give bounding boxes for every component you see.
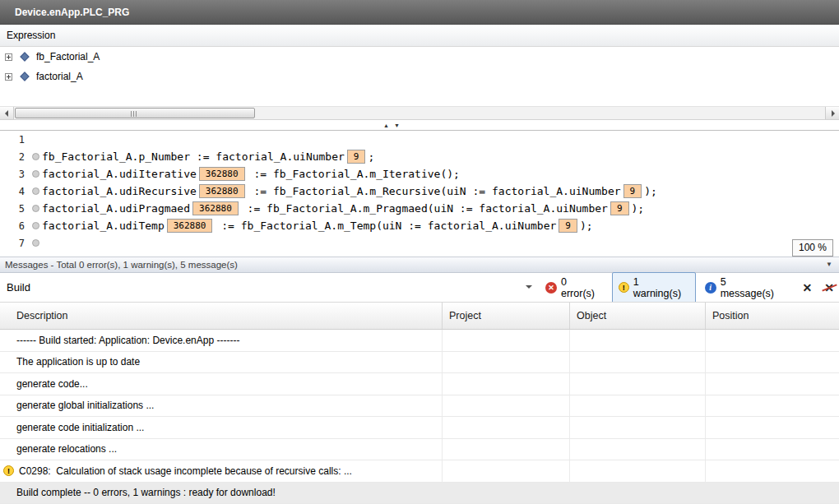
project-cell: [443, 460, 570, 482]
position-cell: [706, 352, 839, 373]
message-row-warning[interactable]: ! C0298: Calculation of stack usage inco…: [0, 460, 839, 483]
watch-item-factorial-a[interactable]: factorial_A: [0, 67, 839, 86]
message-category-combobox[interactable]: Build: [0, 273, 539, 302]
messages-count-label: 5 message(s): [721, 276, 782, 299]
code-line[interactable]: 1: [0, 131, 839, 148]
panel-splitter[interactable]: ▲ ▼: [0, 120, 839, 131]
breakpoint-margin[interactable]: [30, 239, 42, 247]
code-editor[interactable]: 1 2 fb_Factorial_A.p_Number := factorial…: [0, 131, 839, 257]
message-row[interactable]: generate code initialization ...: [0, 417, 839, 439]
inline-monitor-value[interactable]: 362880: [167, 219, 213, 233]
message-text: ------ Build started: Application: Devic…: [16, 335, 239, 346]
code-line[interactable]: 7: [0, 234, 839, 252]
column-header-description[interactable]: Description: [0, 303, 443, 329]
inline-monitor-value[interactable]: 9: [610, 201, 629, 215]
line-number: 3: [0, 169, 30, 180]
watch-item-fb-factorial-a[interactable]: fb_Factorial_A: [0, 47, 839, 67]
position-cell: [706, 460, 839, 482]
breakpoint-margin[interactable]: [30, 170, 42, 178]
clear-messages-icon[interactable]: ✕: [803, 281, 813, 294]
message-row[interactable]: generate code...: [0, 373, 839, 395]
description-cell: ------ Build started: Application: Devic…: [0, 330, 443, 351]
column-header-position[interactable]: Position: [706, 303, 839, 329]
code-line[interactable]: 3 factorial_A.udiIterative 362880 := fb_…: [0, 165, 839, 183]
object-cell: [570, 395, 706, 417]
project-cell: [443, 483, 570, 504]
inline-monitor-value[interactable]: 362880: [192, 201, 239, 215]
messages-toolbar: Build ✕ 0 error(s) ! 1 warning(s) i 5 me…: [0, 273, 839, 302]
collapse-up-icon[interactable]: ▲: [383, 122, 389, 129]
code-line[interactable]: 4 factorial_A.udiRecursive 362880 := fb_…: [0, 183, 839, 200]
code-segment: := fb_Factorial_A.m_Pragmaed(uiN := fact…: [241, 202, 608, 215]
project-cell: [443, 417, 570, 438]
message-row[interactable]: generate global initializations ...: [0, 395, 839, 418]
filter-errors-button[interactable]: ✕ 0 error(s): [539, 272, 610, 303]
error-icon: ✕: [545, 282, 557, 294]
message-row[interactable]: Build complete -- 0 errors, 1 warnings :…: [0, 483, 839, 504]
code-segment: := fb_Factorial_A.m_Temp(uiN := factoria…: [215, 220, 556, 232]
object-cell: [570, 373, 706, 395]
info-icon: i: [705, 282, 716, 294]
description-cell: Build complete -- 0 errors, 1 warnings :…: [0, 483, 443, 504]
line-number: 2: [0, 151, 30, 163]
variable-icon: [20, 52, 29, 61]
breakpoint-dot-icon: [32, 170, 39, 178]
message-text: generate code...: [16, 378, 88, 390]
scrollbar-thumb[interactable]: [15, 108, 255, 118]
collapse-down-icon[interactable]: ▼: [394, 122, 400, 129]
title-bar: Device.enApp.PLC_PRG: [0, 0, 839, 25]
code-text: factorial_A.udiTemp 362880 := fb_Factori…: [42, 219, 593, 233]
code-text: fb_Factorial_A.p_Number := factorial_A.u…: [42, 150, 374, 164]
inline-monitor-value[interactable]: 362880: [199, 184, 245, 198]
expand-icon[interactable]: [5, 53, 12, 61]
code-segment: );: [644, 185, 657, 197]
description-cell: ! C0298: Calculation of stack usage inco…: [0, 460, 443, 482]
scroll-left-icon[interactable]: [0, 107, 14, 119]
breakpoint-margin[interactable]: [30, 153, 42, 160]
clear-all-messages-icon[interactable]: ✕: [824, 281, 834, 294]
panel-menu-icon[interactable]: ▼: [826, 257, 832, 272]
filter-warnings-button[interactable]: ! 1 warning(s): [612, 272, 696, 303]
position-cell: [706, 417, 839, 438]
code-segment: := fb_Factorial_A.m_Iterative();: [248, 168, 460, 180]
errors-count-label: 0 error(s): [561, 276, 603, 299]
horizontal-scrollbar[interactable]: [0, 106, 839, 120]
project-cell: [443, 395, 570, 417]
breakpoint-margin[interactable]: [30, 187, 42, 195]
warnings-count-label: 1 warning(s): [633, 276, 689, 299]
code-segment: fb_Factorial_A.p_Number := factorial_A.u…: [42, 150, 345, 163]
breakpoint-margin[interactable]: [30, 205, 42, 212]
inline-monitor-value[interactable]: 9: [347, 150, 366, 164]
filter-messages-button[interactable]: i 5 message(s): [698, 272, 789, 303]
code-segment: ;: [368, 150, 374, 163]
description-cell: generate code initialization ...: [0, 417, 443, 438]
code-segment: );: [632, 202, 645, 215]
message-row[interactable]: generate relocations ...: [0, 439, 839, 461]
warning-icon: !: [619, 282, 629, 293]
expression-column-header[interactable]: Expression: [0, 25, 839, 47]
code-line[interactable]: 2 fb_Factorial_A.p_Number := factorial_A…: [0, 148, 839, 165]
project-cell: [443, 373, 570, 395]
object-cell: [570, 439, 706, 460]
message-text: C0298: Calculation of stack usage incomp…: [19, 465, 352, 477]
expand-icon[interactable]: [5, 73, 12, 81]
breakpoint-margin[interactable]: [30, 222, 42, 229]
column-header-object[interactable]: Object: [570, 303, 706, 329]
code-line[interactable]: 5 factorial_A.udiPragmaed 362880 := fb_F…: [0, 200, 839, 217]
message-text: The application is up to date: [16, 356, 140, 368]
message-row[interactable]: ------ Build started: Application: Devic…: [0, 330, 839, 352]
message-row[interactable]: The application is up to date: [0, 352, 839, 374]
watch-item-label: factorial_A: [36, 71, 83, 82]
project-cell: [443, 352, 570, 373]
column-header-project[interactable]: Project: [443, 303, 570, 329]
code-text: factorial_A.udiIterative 362880 := fb_Fa…: [42, 167, 460, 181]
zoom-level[interactable]: 100 %: [792, 239, 833, 257]
object-cell: [570, 417, 706, 438]
object-cell: [570, 352, 706, 373]
code-line[interactable]: 6 factorial_A.udiTemp 362880 := fb_Facto…: [0, 217, 839, 234]
scroll-right-icon[interactable]: [825, 107, 839, 119]
inline-monitor-value[interactable]: 362880: [199, 167, 245, 181]
inline-monitor-value[interactable]: 9: [623, 184, 642, 198]
description-cell: generate code...: [0, 373, 443, 395]
inline-monitor-value[interactable]: 9: [559, 219, 577, 233]
